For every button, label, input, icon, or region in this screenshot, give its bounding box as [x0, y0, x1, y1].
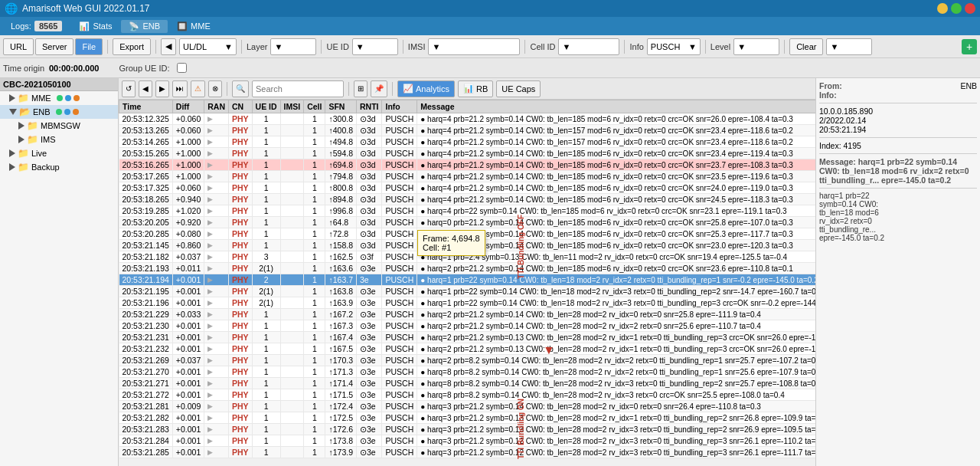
table-row[interactable]: 20:53:16.265+1.000▶PHY11↑694.8⊙3dPUSCH● …	[119, 159, 816, 171]
ue-caps-btn[interactable]: UE Caps	[496, 80, 541, 97]
clear-dropdown[interactable]: ▼	[826, 38, 872, 55]
nav-button1[interactable]: ◀	[161, 38, 176, 55]
table-row[interactable]: 20:53:20.205+0.920▶PHY11↑64.8⊙3dPUSCH● h…	[119, 217, 816, 228]
sidebar-item-live[interactable]: 📁 Live	[0, 146, 118, 160]
table-row[interactable]: 20:53:21.145+0.860▶PHY11↑158.8⊙3dPUSCH● …	[119, 240, 816, 251]
table-row[interactable]: 20:53:21.194+0.001▶PHY21↑163.73ePUSCH● h…	[119, 274, 816, 286]
table-row[interactable]: 20:53:12.325+0.060▶PHY11↑300.8⊙3dPUSCH● …	[119, 113, 816, 125]
td-cn: PHY	[228, 435, 252, 447]
url-button[interactable]: URL	[3, 38, 34, 55]
filter-btn[interactable]: ⊞	[354, 80, 368, 97]
table-row[interactable]: 20:53:21.285+0.001▶PHY11↑173.9⊙3ePUSCH● …	[119, 447, 816, 458]
th-time[interactable]: Time	[119, 100, 173, 113]
table-row[interactable]: 20:53:21.229+0.033▶PHY11↑167.2⊙3ePUSCH● …	[119, 309, 816, 320]
cell-id-dropdown[interactable]: ▼	[558, 38, 619, 55]
td-cell: 1	[304, 228, 325, 240]
search-input[interactable]	[252, 80, 344, 97]
url-btn[interactable]: URL Server File	[3, 38, 103, 55]
level-dropdown[interactable]: ▼	[733, 38, 779, 55]
td-info: PUSCH	[382, 205, 417, 217]
table-row[interactable]: 20:53:17.265+1.000▶PHY11↑794.8⊙3dPUSCH● …	[119, 171, 816, 182]
next-btn[interactable]: ▶	[155, 80, 169, 97]
th-ueid[interactable]: UE ID	[252, 100, 280, 113]
table-row[interactable]: 20:53:20.285+0.080▶PHY11↑72.8⊙3dPUSCH● h…	[119, 228, 816, 240]
menu-mme[interactable]: 🔲 MME	[169, 20, 218, 33]
ims-label: IMS	[41, 135, 56, 144]
app-title: Amarisoft Web GUI 2022.01.17	[22, 3, 150, 14]
analytics-btn[interactable]: 📈 Analytics	[397, 80, 455, 97]
table-row[interactable]: 20:53:21.232+0.001▶PHY11↑167.5⊙3ePUSCH● …	[119, 343, 816, 355]
menu-enb[interactable]: 📡 ENB	[121, 20, 168, 33]
minimize-btn[interactable]	[937, 3, 948, 14]
th-rnti[interactable]: RNTI	[356, 100, 382, 113]
enb-folder-icon: 📂	[19, 107, 31, 117]
imsi-dropdown[interactable]: ▼	[428, 38, 520, 55]
mode-dropdown[interactable]: UL/DL ▼	[179, 38, 237, 55]
layer-dropdown[interactable]: ▼	[270, 38, 316, 55]
table-row[interactable]: 20:53:21.196+0.001▶PHY2(1)1↑163.9⊙3ePUSC…	[119, 297, 816, 309]
sidebar-item-enb[interactable]: 📂 ENB	[0, 105, 118, 119]
table-row[interactable]: 20:53:21.193+0.011▶PHY2(1)1↑163.6⊙3ePUSC…	[119, 263, 816, 274]
th-imsi[interactable]: IMSI	[280, 100, 304, 113]
pin-btn[interactable]: 📌	[371, 80, 387, 97]
menu-logs[interactable]: Logs: 8565	[3, 19, 70, 33]
rp-info-label: Info:	[819, 90, 837, 100]
th-message[interactable]: Message	[417, 100, 815, 113]
menu-stats[interactable]: 📊 Stats	[71, 20, 119, 33]
table-row[interactable]: 20:53:21.182+0.037▶PHY31↑162.5⊙3fPUSCH● …	[119, 251, 816, 263]
sidebar-item-ims[interactable]: 📁 IMS	[0, 133, 118, 146]
table-row[interactable]: 20:53:15.265+1.000▶PHY11↑594.8⊙3dPUSCH● …	[119, 148, 816, 159]
th-cn[interactable]: CN	[228, 100, 252, 113]
table-row[interactable]: 20:53:19.285+1.020▶PHY11↑996.8⊙3dPUSCH● …	[119, 205, 816, 217]
td-time: 20:53:21.281	[119, 401, 173, 412]
table-row[interactable]: 20:53:21.195+0.001▶PHY2(1)1↑163.8⊙3ePUSC…	[119, 286, 816, 297]
sidebar-item-mbmsgw[interactable]: 📁 MBMSGW	[0, 119, 118, 133]
export-button[interactable]: Export	[113, 38, 151, 55]
table-row[interactable]: 20:53:17.325+0.060▶PHY11↑800.8⊙3dPUSCH● …	[119, 182, 816, 194]
table-row[interactable]: 20:53:13.265+0.060▶PHY11↑400.8⊙3dPUSCH● …	[119, 125, 816, 136]
th-ran[interactable]: RAN	[204, 100, 229, 113]
level-label: Level	[710, 42, 730, 51]
th-diff[interactable]: Diff	[172, 100, 204, 113]
table-row[interactable]: 20:53:21.284+0.001▶PHY11↑173.8⊙3ePUSCH● …	[119, 435, 816, 447]
info-dropdown[interactable]: PUSCH ▼	[647, 38, 701, 55]
add-button[interactable]: +	[962, 39, 977, 54]
sidebar-item-backup[interactable]: 📁 Backup	[0, 160, 118, 174]
log-table-wrap[interactable]: TTI Bundling OFF TTI Bundling ON ▼ ▼ Fra…	[119, 100, 815, 466]
td-ueid: 2(1)	[252, 297, 280, 309]
td-ran: ▶	[204, 424, 229, 435]
table-row[interactable]: 20:53:18.265+0.940▶PHY11↑894.8⊙3dPUSCH● …	[119, 194, 816, 205]
file-button[interactable]: File	[75, 38, 103, 55]
th-cell[interactable]: Cell	[304, 100, 325, 113]
table-row[interactable]: 20:53:21.230+0.001▶PHY11↑167.3⊙3ePUSCH● …	[119, 320, 816, 332]
enb-status-dot3	[73, 109, 79, 115]
td-diff: +1.000	[172, 136, 204, 148]
th-sfn[interactable]: SFN	[325, 100, 357, 113]
table-row[interactable]: 20:53:21.231+0.001▶PHY11↑167.4⊙3ePUSCH● …	[119, 332, 816, 343]
table-row[interactable]: 20:53:21.283+0.001▶PHY11↑172.6⊙3ePUSCH● …	[119, 424, 816, 435]
td-sfn: ↑167.5	[325, 343, 357, 355]
table-row[interactable]: 20:53:21.271+0.001▶PHY11↑171.4⊙3ePUSCH● …	[119, 378, 816, 389]
server-button[interactable]: Server	[35, 38, 74, 55]
sidebar-item-mme[interactable]: 📁 MME	[0, 91, 118, 105]
end-btn[interactable]: ⏭	[172, 80, 188, 97]
prev-btn[interactable]: ◀	[139, 80, 152, 97]
maximize-btn[interactable]	[951, 3, 962, 14]
table-row[interactable]: 20:53:21.281+0.009▶PHY11↑172.4⊙3ePUSCH● …	[119, 401, 816, 412]
table-row[interactable]: 20:53:21.269+0.037▶PHY11↑170.3⊙3ePUSCH● …	[119, 355, 816, 366]
rb-btn[interactable]: 📊 RB	[458, 80, 493, 97]
stop-btn[interactable]: ⊗	[208, 80, 222, 97]
table-row[interactable]: 20:53:14.265+1.000▶PHY11↑494.8⊙3dPUSCH● …	[119, 136, 816, 148]
clear-button[interactable]: Clear	[789, 38, 823, 55]
table-row[interactable]: 20:53:21.272+0.001▶PHY11↑171.5⊙3ePUSCH● …	[119, 389, 816, 401]
warning-btn[interactable]: ⚠	[191, 80, 205, 97]
search-icon-btn[interactable]: 🔍	[232, 80, 249, 97]
group-ue-checkbox[interactable]	[177, 63, 187, 73]
td-info: PUSCH	[382, 228, 417, 240]
th-info[interactable]: Info	[382, 100, 417, 113]
refresh-btn[interactable]: ↺	[122, 80, 136, 97]
table-row[interactable]: 20:53:21.282+0.001▶PHY11↑172.5⊙3ePUSCH● …	[119, 412, 816, 424]
ue-id-dropdown[interactable]: ▼	[352, 38, 398, 55]
table-row[interactable]: 20:53:21.270+0.001▶PHY11↑171.3⊙3ePUSCH● …	[119, 366, 816, 378]
close-btn[interactable]	[965, 3, 975, 14]
